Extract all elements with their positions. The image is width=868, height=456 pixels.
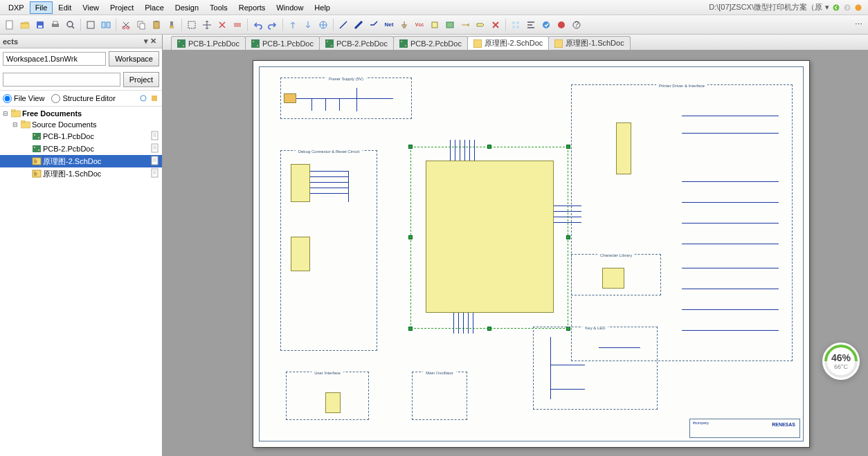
sheet-entry-icon[interactable] [458,18,472,32]
print-icon[interactable] [48,18,62,32]
tree-node-4[interactable]: 原理图-2.SchDoc [0,155,162,167]
help-icon[interactable]: ? [570,18,584,32]
menu-project[interactable]: Project [105,1,139,14]
new-icon[interactable] [3,18,17,32]
bus-entry-icon[interactable] [367,18,381,32]
more-icon[interactable]: ⋯ [851,18,865,32]
project-button[interactable]: Project [123,72,159,87]
tab-2[interactable]: PCB-2.PcbDoc [319,36,394,50]
menu-dxp[interactable]: DXP [3,1,30,14]
handle-nw[interactable] [408,145,413,149]
gnd-icon[interactable] [397,18,411,32]
nav-back-icon[interactable] [832,3,840,12]
workspace-button[interactable]: Workspace [109,51,159,66]
nav-home-icon[interactable] [854,3,862,12]
net-label-icon[interactable]: Net [382,18,396,32]
menu-reports[interactable]: Reports [233,1,271,14]
undo-icon[interactable] [251,18,264,32]
temperature-widget[interactable]: 46% 66°C [822,343,860,380]
tab-0[interactable]: PCB-1.PcbDoc [171,36,246,50]
panel-close-icon[interactable]: ▾ ✕ [141,37,159,46]
schematic-block-3[interactable]: Character Library [571,254,661,295]
svg-rect-8 [53,21,57,24]
tab-1[interactable]: PCB-1.PcbDoc [245,36,320,50]
schematic-block-1[interactable]: Debug Connector & Reset Circuit [280,150,377,351]
preview-icon[interactable] [64,18,78,32]
nav-fwd-icon[interactable] [843,3,851,12]
handle-s[interactable] [487,327,491,331]
tab-3[interactable]: PCB-2.PcbDoc [393,36,468,50]
manage-icon[interactable] [554,18,568,32]
handle-ne[interactable] [566,145,570,149]
menu-edit[interactable]: Edit [53,1,77,14]
open-icon[interactable] [18,18,32,32]
svg-point-30 [543,21,550,28]
menu-tools[interactable]: Tools [204,1,233,14]
tree-node-3[interactable]: PCB-2.PcbDoc [0,143,162,155]
tab-5[interactable]: 原理图-1.SchDoc [548,36,630,50]
pcb-icon [177,39,186,48]
svg-text:?: ? [575,20,579,28]
rubber-stamp-icon[interactable] [165,18,179,32]
vcc-icon[interactable]: Vcc [413,18,426,32]
project-input[interactable] [3,73,120,86]
radio-structure-editor[interactable]: Structure Editor [51,94,115,103]
part-icon[interactable] [428,18,442,32]
menu-place[interactable]: Place [139,1,170,14]
svg-rect-24 [432,22,437,28]
tree-node-0[interactable]: ⊟Free Documents [0,108,162,119]
port-icon[interactable] [473,18,487,32]
wire-icon[interactable] [336,18,350,32]
redo-icon[interactable] [266,18,280,32]
schematic-block-4[interactable]: Key & LED [533,327,658,410]
title-block: RENESAS #company [689,419,800,438]
handle-n[interactable] [487,145,491,149]
clear-icon[interactable] [230,18,244,32]
menu-view[interactable]: View [77,1,105,14]
zoom-fit-icon[interactable] [84,18,98,32]
workspace-input[interactable] [3,52,106,66]
menu-help[interactable]: Help [309,1,336,14]
schematic-canvas[interactable]: RENESAS #company Power Supply (5V)Debug … [163,50,868,456]
compile-icon[interactable] [150,93,159,103]
sheet-symbol-icon[interactable] [443,18,457,32]
schematic-block-6[interactable]: Main Oscillator [412,372,467,420]
select-icon[interactable] [185,18,199,32]
refresh-icon[interactable] [138,93,148,103]
tree-node-2[interactable]: PCB-1.PcbDoc [0,130,162,143]
hierarchy-down-icon[interactable] [301,18,315,32]
folder-icon [11,109,21,118]
handle-e[interactable] [566,235,570,239]
svg-rect-25 [446,22,453,28]
radio-file-view[interactable]: File View [3,94,44,103]
main-toolbar: Net Vcc ? ⋯ [0,15,868,35]
menu-file[interactable]: File [30,1,53,14]
copy-icon[interactable] [134,18,148,32]
schematic-sheet[interactable]: RENESAS #company Power Supply (5V)Debug … [253,60,810,448]
array-icon[interactable] [509,18,523,32]
hierarchy-up-icon[interactable] [286,18,300,32]
svg-rect-46 [152,144,158,152]
tree-node-1[interactable]: ⊟Source Documents [0,119,162,130]
schematic-block-5[interactable]: User Interface [286,372,369,420]
deselect-icon[interactable] [215,18,229,32]
handle-w[interactable] [408,235,413,239]
schematic-block-2[interactable]: Printer Driver & Interface [571,84,793,361]
no-erc-icon[interactable] [489,18,503,32]
move-icon[interactable] [200,18,214,32]
menu-design[interactable]: Design [170,1,204,14]
handle-sw[interactable] [408,327,413,331]
cut-icon[interactable] [119,18,133,32]
save-icon[interactable] [33,18,47,32]
menu-window[interactable]: Window [271,1,309,14]
svg-rect-40 [34,134,35,136]
align-icon[interactable] [524,18,538,32]
tree-node-5[interactable]: 原理图-1.SchDoc [0,167,162,180]
bus-icon[interactable] [352,18,365,32]
tab-4[interactable]: 原理图-2.SchDoc [467,36,549,50]
schematic-block-0[interactable]: Power Supply (5V) [280,77,412,119]
cross-probe-icon[interactable] [316,18,330,32]
paste-icon[interactable] [150,18,163,32]
zoom-in-icon[interactable] [99,18,113,32]
browse-icon[interactable] [539,18,553,32]
